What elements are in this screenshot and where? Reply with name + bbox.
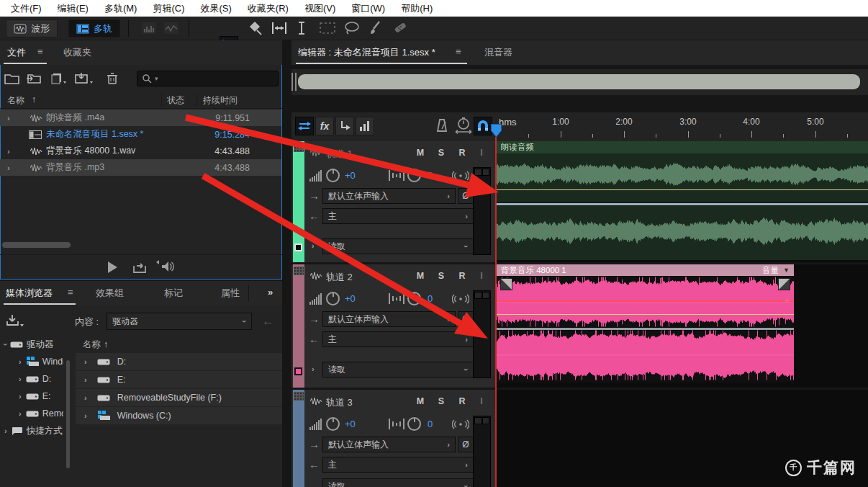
expand-chevron-icon[interactable]: › — [84, 375, 87, 384]
track-drag-grip-icon[interactable] — [294, 392, 304, 401]
playhead-line[interactable] — [495, 137, 497, 487]
input-selector[interactable]: 默认立体声输入 › — [322, 311, 456, 327]
expand-chevron-icon[interactable]: › — [19, 357, 22, 366]
tab-properties[interactable]: 属性 — [221, 287, 240, 300]
volume-envelope-selected-line[interactable] — [497, 300, 794, 302]
track-name[interactable]: 轨道 2 — [326, 271, 353, 284]
phase-button[interactable]: Ø — [458, 311, 474, 327]
expand-chevron-icon[interactable]: › — [84, 393, 87, 402]
snap-magnet-button[interactable] — [474, 117, 492, 135]
loop-playback-icon[interactable] — [132, 261, 147, 274]
play-icon[interactable] — [108, 262, 117, 273]
solo-button[interactable]: S — [435, 271, 448, 281]
fade-out-handle[interactable] — [778, 278, 790, 290]
menu-edit[interactable]: 编辑(E) — [50, 0, 96, 17]
input-monitor-button[interactable]: I — [475, 271, 488, 281]
tree-item-drives[interactable]: › 驱动器 — [0, 336, 63, 353]
output-selector[interactable]: 主 › — [322, 208, 474, 224]
volume-envelope-line[interactable] — [497, 189, 868, 190]
volume-knob[interactable] — [326, 169, 340, 182]
tree-item-drive[interactable]: › Windows (C:) — [0, 353, 63, 370]
io-toggle-button[interactable] — [295, 117, 314, 135]
track-name[interactable]: 轨道 3 — [326, 396, 353, 409]
track-drag-grip-icon[interactable] — [294, 143, 304, 152]
list-row-drive[interactable]: › Windows (C:) — [76, 407, 282, 424]
volume-value[interactable]: +0 — [345, 419, 356, 429]
menu-file[interactable]: 文件(F) — [3, 0, 50, 17]
menu-window[interactable]: 窗口(W) — [343, 0, 393, 17]
volume-knob[interactable] — [326, 292, 340, 305]
envelope-keyframe-marker[interactable]: + — [785, 295, 790, 306]
list-col-name[interactable]: 名称 — [83, 339, 101, 351]
fade-in-handle[interactable] — [500, 278, 512, 290]
media-import-icon[interactable] — [6, 314, 26, 329]
fx-toggle-button[interactable]: fx — [315, 117, 334, 135]
col-duration[interactable]: 持续时间 — [203, 94, 238, 107]
tab-media-browser[interactable]: 媒体浏览器 — [6, 287, 53, 300]
tab-editor[interactable]: 编辑器 : 未命名混音项目 1.sesx * — [298, 46, 435, 59]
clip-header[interactable]: 朗读音频 — [497, 141, 868, 153]
pan-value[interactable]: 0 — [428, 419, 433, 429]
input-selector[interactable]: 默认立体声输入 › — [322, 437, 456, 452]
expand-chevron-icon[interactable]: › — [7, 114, 10, 122]
files-panel-menu-icon[interactable]: ≡ — [37, 46, 43, 57]
menu-clip[interactable]: 剪辑(C) — [145, 0, 192, 17]
navigator-range-bar[interactable] — [298, 74, 860, 89]
file-row[interactable]: › 背景音乐 48000 1.wav 4:43.488 — [0, 143, 281, 159]
menu-help[interactable]: 帮助(H) — [393, 0, 440, 17]
list-row-drive[interactable]: › RemoveableStudyFile (F:) — [76, 389, 282, 406]
file-row[interactable]: 未命名混音项目 1.sesx * 9:15.284 — [0, 126, 281, 143]
mute-button[interactable]: M — [414, 148, 427, 158]
list-row-drive[interactable]: › E: — [76, 371, 282, 388]
horizontal-scrollbar-thumb[interactable] — [2, 242, 71, 248]
track-name[interactable]: 轨道 1 — [326, 148, 353, 161]
menu-effects[interactable]: 效果(S) — [193, 0, 240, 17]
waveform-left-channel[interactable] — [497, 157, 868, 192]
automation-mode-dropdown[interactable]: 读取 › — [322, 238, 474, 254]
expand-chevron-icon[interactable]: › — [84, 357, 87, 366]
playhead-handle[interactable] — [491, 124, 502, 138]
files-column-headers[interactable]: 名称 ↑ 状态 持续时间 — [0, 92, 282, 109]
search-input[interactable]: ▾ — [137, 71, 279, 86]
expand-chevron-icon[interactable]: › — [4, 426, 7, 435]
tree-item-drive[interactable]: › D: — [0, 370, 63, 388]
metronome-icon[interactable] — [434, 118, 450, 134]
input-monitor-button[interactable]: I — [475, 148, 488, 158]
navigator-left-handle[interactable] — [291, 73, 297, 91]
pan-value[interactable]: 0 — [428, 170, 433, 181]
open-file-icon[interactable] — [4, 72, 20, 85]
volume-value[interactable]: +0 — [345, 170, 356, 181]
pan-knob[interactable] — [407, 169, 421, 182]
envelope-selector-label[interactable]: 音量 — [762, 265, 779, 276]
tab-mixer[interactable]: 混音器 — [484, 46, 512, 59]
automation-expand-chevron[interactable]: › — [312, 241, 315, 250]
tree-scrollbar-thumb[interactable] — [66, 360, 70, 468]
tree-item-shortcuts[interactable]: › 快捷方式 — [0, 422, 63, 439]
save-session-icon[interactable] — [74, 72, 94, 85]
envelope-dropdown-caret-icon[interactable]: ▼ — [783, 267, 790, 274]
menu-view[interactable]: 视图(V) — [297, 0, 343, 17]
mute-button[interactable]: M — [414, 271, 427, 281]
clip-background-music[interactable]: 背景音乐 48000 1 音量 ▼ + — [497, 264, 794, 383]
volume-knob[interactable] — [326, 417, 340, 431]
back-arrow-icon[interactable]: ← — [262, 314, 274, 329]
new-file-icon[interactable] — [50, 72, 68, 85]
track-select-checkbox[interactable] — [294, 367, 302, 375]
tab-markers[interactable]: 标记 — [164, 287, 183, 300]
menu-multitrack[interactable]: 多轨(M) — [96, 0, 145, 17]
waveform-view-button[interactable]: 波形 — [6, 19, 58, 37]
waveform-right-channel[interactable] — [497, 212, 868, 251]
pan-value[interactable]: 0 — [428, 293, 433, 304]
tab-effects-rack[interactable]: 效果组 — [96, 287, 124, 300]
output-selector[interactable]: 主 › — [322, 457, 474, 473]
metering-button[interactable] — [356, 117, 374, 135]
volume-envelope-line[interactable] — [497, 314, 794, 315]
mute-button[interactable]: M — [414, 396, 427, 406]
automation-expand-chevron[interactable]: › — [312, 365, 315, 373]
phase-button[interactable]: Ø — [458, 188, 474, 204]
list-row-drive[interactable]: › D: — [76, 353, 282, 370]
auto-play-speaker-icon[interactable] — [155, 259, 176, 274]
expand-chevron-icon[interactable]: › — [7, 164, 10, 172]
record-arm-button[interactable]: R — [456, 148, 469, 158]
clip-reading-audio[interactable]: 朗读音频 — [497, 141, 868, 260]
